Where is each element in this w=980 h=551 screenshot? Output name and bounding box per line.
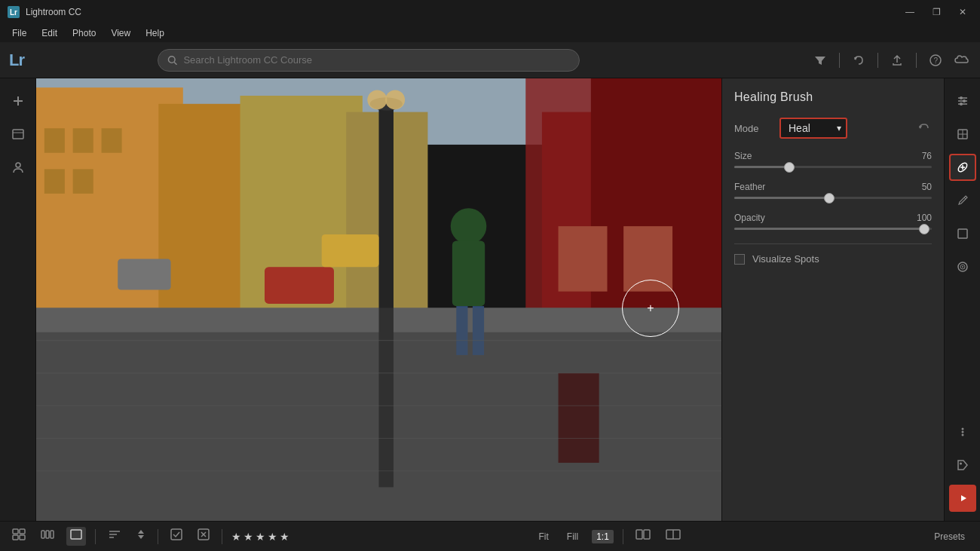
size-value: 76	[922, 151, 932, 161]
feather-label: Feather	[734, 182, 765, 192]
cloud-icon[interactable]	[954, 54, 971, 67]
heal-mode-dropdown-wrapper: Heal Clone	[779, 118, 847, 139]
maximize-button[interactable]: ❐	[926, 5, 947, 19]
svg-rect-91	[636, 530, 642, 539]
star-rating: ★ ★ ★ ★ ★	[231, 531, 289, 543]
menu-view[interactable]: View	[105, 26, 136, 40]
svg-point-68	[961, 428, 963, 430]
svg-rect-92	[644, 530, 650, 539]
right-icon-tag[interactable]	[949, 452, 976, 479]
visualize-spots-label: Visualize Spots	[752, 253, 819, 265]
search-bar[interactable]	[158, 49, 580, 72]
size-label: Size	[734, 151, 752, 161]
title-bar: Lr Lightroom CC — ❐ ✕	[0, 0, 980, 24]
star-1[interactable]: ★	[231, 531, 241, 543]
fill-button[interactable]: Fill	[562, 530, 583, 543]
bottom-divider-1	[95, 529, 96, 544]
svg-marker-4	[815, 57, 825, 65]
svg-point-70	[961, 434, 963, 436]
star-2[interactable]: ★	[243, 531, 253, 543]
sidebar-library-icon[interactable]	[5, 121, 32, 148]
flag-pick-button[interactable]	[167, 527, 185, 546]
bottom-divider-4	[623, 529, 623, 544]
svg-rect-77	[20, 535, 25, 540]
opacity-value: 100	[917, 213, 932, 223]
main-area: Healing Brush Mode Heal Clone	[0, 78, 980, 521]
help-icon[interactable]: ?	[929, 54, 942, 67]
star-3[interactable]: ★	[256, 531, 265, 543]
compare-button[interactable]	[632, 527, 654, 546]
svg-point-12	[16, 163, 20, 167]
heal-mode-dropdown[interactable]: Heal Clone	[779, 118, 847, 139]
star-5[interactable]: ★	[280, 531, 289, 543]
right-icons-sidebar	[944, 78, 980, 521]
size-slider-track[interactable]	[734, 166, 932, 168]
right-icon-more[interactable]	[949, 418, 976, 445]
sidebar-add-button[interactable]	[5, 87, 32, 115]
sort-button[interactable]	[105, 527, 124, 546]
presets-button[interactable]: Presets	[928, 530, 971, 543]
svg-rect-64	[958, 229, 967, 238]
right-icon-radial[interactable]	[949, 253, 976, 280]
right-icon-adjust[interactable]	[949, 87, 976, 115]
share-icon[interactable]	[890, 54, 904, 67]
svg-text:?: ?	[934, 57, 939, 65]
filter-icon[interactable]	[813, 54, 827, 67]
right-icon-crop[interactable]	[949, 220, 976, 247]
panel-divider	[734, 243, 932, 244]
photo-area[interactable]	[36, 78, 721, 521]
menu-bar: File Edit Photo View Help	[0, 24, 980, 42]
lr-logo: Lr	[9, 51, 36, 70]
svg-rect-78	[41, 531, 44, 538]
menu-file[interactable]: File	[6, 26, 32, 40]
right-icon-transform[interactable]	[949, 121, 976, 148]
svg-rect-76	[13, 535, 18, 540]
mode-label: Mode	[734, 123, 779, 134]
minimize-button[interactable]: —	[899, 5, 920, 19]
svg-rect-75	[20, 529, 25, 534]
ratio-button[interactable]: 1:1	[592, 530, 614, 543]
view-filmstrip-button[interactable]	[38, 527, 57, 546]
bottom-bar: ★ ★ ★ ★ ★ Fit Fill 1:1 Presets	[0, 521, 980, 551]
svg-line-63	[964, 197, 966, 199]
size-slider-row: Size 76	[734, 151, 932, 168]
right-icon-heal[interactable]	[949, 154, 976, 181]
svg-line-3	[174, 62, 176, 64]
bottom-divider-3	[222, 529, 222, 544]
size-slider-thumb[interactable]	[784, 162, 795, 173]
opacity-slider-track[interactable]	[734, 228, 932, 230]
flag-reject-button[interactable]	[194, 527, 213, 546]
close-button[interactable]: ✕	[953, 5, 972, 19]
menu-edit[interactable]: Edit	[35, 26, 63, 40]
search-icon	[167, 55, 177, 66]
svg-point-2	[168, 56, 175, 63]
topbar-divider-2	[877, 53, 878, 68]
feather-slider-row: Feather 50	[734, 182, 932, 199]
svg-rect-80	[51, 531, 54, 538]
svg-point-55	[963, 99, 966, 103]
sort-order-button[interactable]	[133, 527, 149, 546]
menu-help[interactable]: Help	[139, 26, 170, 40]
right-icon-subscribe[interactable]	[949, 485, 976, 512]
right-icon-brush[interactable]	[949, 187, 976, 214]
top-bar: Lr ?	[0, 42, 980, 78]
app-title: Lightroom CC	[26, 7, 457, 17]
before-after-button[interactable]	[663, 527, 684, 546]
menu-photo[interactable]: Photo	[66, 26, 102, 40]
topbar-actions: ?	[813, 53, 971, 68]
panel-title: Healing Brush	[734, 90, 932, 104]
svg-text:Lr: Lr	[10, 8, 17, 17]
search-input[interactable]	[183, 54, 570, 66]
view-single-button[interactable]	[66, 527, 86, 546]
feather-slider-thumb[interactable]	[824, 193, 835, 204]
bottom-divider-2	[158, 529, 158, 544]
reset-icon[interactable]	[917, 121, 932, 136]
feather-slider-track[interactable]	[734, 197, 932, 199]
fit-button[interactable]: Fit	[534, 530, 553, 543]
view-grid-button[interactable]	[9, 527, 29, 546]
visualize-spots-checkbox[interactable]	[734, 254, 745, 265]
opacity-slider-thumb[interactable]	[919, 224, 929, 234]
sidebar-people-icon[interactable]	[5, 154, 32, 181]
undo-icon[interactable]	[852, 54, 865, 67]
star-4[interactable]: ★	[268, 531, 277, 543]
